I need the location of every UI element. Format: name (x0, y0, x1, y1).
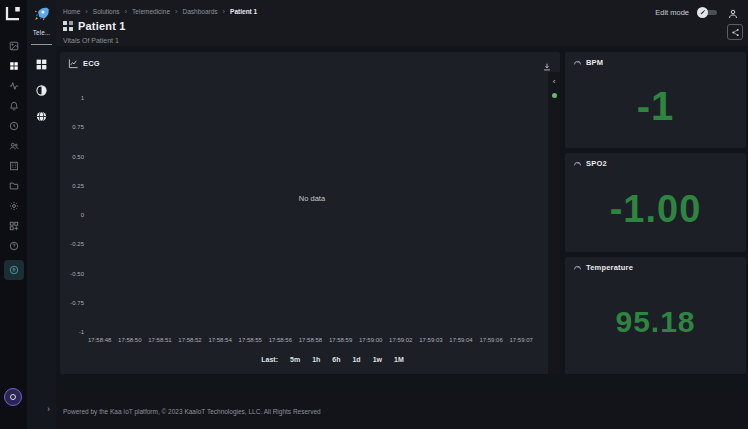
bpm-title: BPM (586, 58, 603, 67)
temperature-value: 95.18 (565, 276, 746, 374)
ecg-x-axis: 17:58:48 17:58:50 17:58:51 17:58:52 17:5… (88, 337, 533, 343)
time-option-6h[interactable]: 6h (332, 356, 340, 363)
rail-item-history-icon[interactable] (4, 120, 24, 131)
x-tick: 17:58:54 (208, 337, 231, 343)
x-tick: 17:58:55 (239, 337, 262, 343)
rail-item-publish-icon[interactable] (4, 260, 24, 280)
x-tick: 17:59:02 (389, 337, 412, 343)
bpm-value: -1 (565, 71, 746, 148)
header-controls: Edit mode (655, 6, 739, 18)
temperature-header: Temperature (565, 257, 746, 276)
dashboard-grid-icon (63, 21, 73, 31)
gauge-icon (573, 263, 582, 272)
breadcrumb: Home Solutions Telemedicine Dashboards P… (63, 7, 257, 16)
x-tick: 17:59:04 (449, 337, 472, 343)
y-tick: 0 (81, 212, 84, 218)
page-title-row: Patient 1 (63, 20, 126, 32)
workspace-item-dashboards-grid-icon[interactable] (35, 58, 48, 71)
edit-mode-toggle[interactable] (697, 7, 719, 18)
sidebar-expand-chevron-icon[interactable]: › (47, 405, 50, 414)
y-tick: 0.75 (72, 124, 84, 130)
toggle-knob-pencil-icon (697, 7, 708, 18)
spo2-widget: SPO2 -1.00 (565, 153, 746, 252)
rail-item-settings-icon[interactable] (4, 200, 24, 211)
time-option-1M[interactable]: 1M (394, 356, 404, 363)
time-range-label: Last: (261, 356, 278, 363)
y-tick: -0.25 (70, 241, 84, 247)
y-tick: 0.50 (72, 154, 84, 160)
ecg-side-strip: ‹ (548, 72, 560, 374)
rail-item-help-icon[interactable] (4, 240, 24, 251)
x-tick: 17:59:07 (510, 337, 533, 343)
time-option-1h[interactable]: 1h (312, 356, 320, 363)
rail-item-dashboard-image-icon[interactable] (4, 40, 24, 51)
edit-mode-label: Edit mode (655, 8, 689, 17)
workspace-item-web-globe-icon[interactable] (35, 110, 48, 123)
spo2-title: SPO2 (586, 159, 607, 168)
export-download-icon[interactable] (542, 58, 552, 68)
x-tick: 17:59:00 (359, 337, 382, 343)
x-tick: 17:58:51 (148, 337, 171, 343)
collapse-chevron-icon[interactable]: ‹ (553, 78, 556, 86)
user-account-icon[interactable] (727, 6, 739, 18)
rail-item-users-icon[interactable] (4, 140, 24, 151)
ecg-header: ECG (60, 52, 560, 73)
x-tick: 17:58:58 (299, 337, 322, 343)
rail-item-apps-grid-icon[interactable] (4, 60, 24, 71)
workspace-item-theme-contrast-icon[interactable] (35, 84, 48, 97)
time-option-1w[interactable]: 1w (373, 356, 382, 363)
x-tick: 17:58:48 (88, 337, 111, 343)
y-tick: -0.50 (70, 271, 84, 277)
dashboard-canvas: ECG ‹ 1 0.75 0.50 0.25 0 -0.25 -0.50 -0.… (56, 46, 748, 391)
page-footer: Powered by the Kaa IoT platform, © 2023 … (56, 391, 748, 429)
line-chart-icon (68, 58, 79, 69)
ecg-y-axis: 1 0.75 0.50 0.25 0 -0.25 -0.50 -0.75 -1 (64, 95, 84, 335)
ecg-title: ECG (83, 59, 100, 68)
rail-item-organization-icon[interactable] (4, 160, 24, 171)
breadcrumb-home[interactable]: Home (63, 7, 93, 16)
x-tick: 17:59:06 (479, 337, 502, 343)
workspace-menu (27, 58, 56, 123)
share-icon (731, 28, 740, 37)
status-dot (552, 93, 557, 98)
no-data-message: No data (86, 194, 538, 203)
spo2-header: SPO2 (565, 153, 746, 172)
temperature-title: Temperature (586, 263, 633, 272)
temperature-widget: Temperature 95.18 (565, 257, 746, 374)
user-avatar[interactable] (4, 388, 22, 406)
breadcrumb-solutions[interactable]: Solutions (93, 7, 132, 16)
rail-item-files-icon[interactable] (4, 180, 24, 191)
ecg-widget: ECG ‹ 1 0.75 0.50 0.25 0 -0.25 -0.50 -0.… (60, 52, 560, 374)
app-logo-icon[interactable] (4, 4, 22, 22)
breadcrumb-dashboards[interactable]: Dashboards (183, 7, 231, 16)
workspace-label: Tele... (27, 29, 56, 36)
y-tick: 1 (81, 95, 84, 101)
page-subtitle: Vitals Of Patient 1 (63, 37, 119, 44)
spo2-value: -1.00 (565, 172, 746, 252)
gauge-icon (573, 159, 582, 168)
app-window: Tele... › Home Solutions Telemedicine Da… (0, 0, 748, 429)
x-tick: 17:59:03 (419, 337, 442, 343)
bpm-widget: BPM -1 (565, 52, 746, 148)
rail-item-activity-icon[interactable] (4, 80, 24, 91)
y-tick: 0.25 (72, 183, 84, 189)
rail-item-notifications-icon[interactable] (4, 100, 24, 111)
share-button[interactable] (727, 24, 743, 40)
rocket-icon[interactable] (33, 5, 50, 22)
page-title: Patient 1 (78, 20, 126, 32)
y-tick: -1 (79, 329, 84, 335)
workspace-divider (31, 44, 52, 45)
sidebar-workspace: Tele... › (27, 0, 56, 429)
x-tick: 17:58:59 (329, 337, 352, 343)
time-option-1d[interactable]: 1d (352, 356, 360, 363)
gauge-icon (573, 58, 582, 67)
sidebar-rail-menu (0, 40, 27, 280)
time-option-5m[interactable]: 5m (290, 356, 300, 363)
breadcrumb-telemedicine[interactable]: Telemedicine (132, 7, 182, 16)
bpm-header: BPM (565, 52, 746, 71)
y-tick: -0.75 (70, 300, 84, 306)
rail-item-widgets-icon[interactable] (4, 220, 24, 231)
breadcrumb-current: Patient 1 (230, 8, 257, 15)
sidebar-rail (0, 0, 27, 429)
footer-copyright: Powered by the Kaa IoT platform, © 2023 … (63, 408, 321, 415)
